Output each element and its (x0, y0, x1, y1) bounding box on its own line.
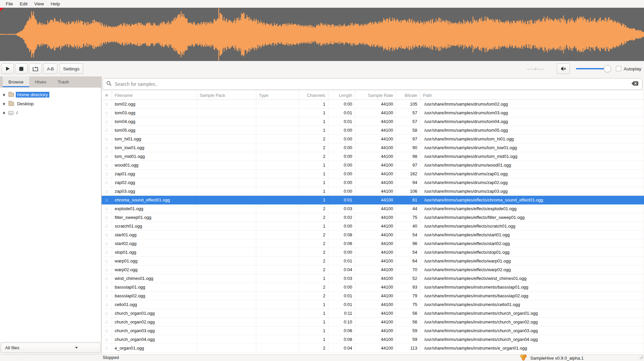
favorite-star-icon[interactable]: ☆ (102, 265, 112, 274)
column-header-channels[interactable]: Channels (299, 91, 328, 100)
column-header-bitrate[interactable]: Bitrate (396, 91, 420, 100)
favorite-star-icon[interactable]: ☆ (102, 309, 112, 318)
tree-item-home-directory[interactable]: Home directory (0, 90, 101, 99)
table-row[interactable]: ☆bassslap02.ogg20:014410079/usr/share/lm… (102, 292, 644, 300)
favorite-star-icon[interactable]: ☆ (102, 117, 112, 126)
favorite-star-icon[interactable]: ☆ (102, 135, 112, 143)
table-row[interactable]: ☆explode01.ogg20:034410044/usr/share/lmm… (102, 204, 644, 213)
table-row[interactable]: ☆church_organ02.ogg10:104410056/usr/shar… (102, 318, 644, 326)
favorite-star-icon[interactable]: ☆ (102, 292, 112, 300)
table-row[interactable]: ☆e_organ01.ogg20:0444100113/usr/share/lm… (102, 344, 644, 353)
favorite-star-icon[interactable]: ☆ (102, 161, 112, 170)
menu-item-file[interactable]: File (2, 1, 16, 7)
table-row[interactable]: ☆zap02.ogg10:004410094/usr/share/lmms/sa… (102, 178, 644, 187)
table-row[interactable]: ☆tom02.ogg10:0044100105/usr/share/lmms/s… (102, 100, 644, 109)
column-header-sample-rate[interactable]: Sample Rate (355, 91, 396, 100)
volume-slider-knob[interactable] (604, 65, 611, 72)
table-row[interactable]: ☆warp02.ogg20:044410070/usr/share/lmms/s… (102, 265, 644, 274)
menu-item-help[interactable]: Help (47, 1, 63, 7)
favorite-star-icon[interactable]: ☆ (102, 283, 112, 292)
favorite-star-icon[interactable]: ☆ (102, 326, 112, 335)
favorite-star-icon[interactable]: ☆ (102, 239, 112, 248)
table-row[interactable]: ☆warp01.ogg20:014410064/usr/share/lmms/s… (102, 257, 644, 265)
loop-button[interactable] (29, 63, 42, 74)
cell-sample-rate: 44100 (355, 204, 396, 213)
favorite-star-icon[interactable]: ☆ (102, 213, 112, 222)
table-row[interactable]: ☆start01.ogg20:084410054/usr/share/lmms/… (102, 231, 644, 239)
favorite-star-icon[interactable]: ☆ (102, 300, 112, 309)
chevron-right-icon[interactable] (3, 103, 5, 105)
favorite-star-icon[interactable]: ☆ (102, 126, 112, 135)
favorite-star-icon[interactable]: ☆ (102, 143, 112, 152)
favorite-star-icon[interactable]: ☆ (102, 178, 112, 187)
chevron-right-icon[interactable] (3, 94, 5, 96)
table-row[interactable]: ☆chroma_sound_effect01.ogg10:014410081/u… (102, 196, 644, 204)
cell-filename: tom03.ogg (112, 109, 197, 117)
favorite-star-icon[interactable]: ☆ (102, 257, 112, 265)
menu-item-view[interactable]: View (31, 1, 47, 7)
tree-item-desktop[interactable]: Desktop (0, 99, 101, 108)
table-row[interactable]: ☆tom_hi01.ogg20:004410097/usr/share/lmms… (102, 135, 644, 143)
table-row[interactable]: ☆zap01.ogg10:0044100162/usr/share/lmms/s… (102, 170, 644, 178)
table-row[interactable]: ☆church_organ01.ogg10:114410056/usr/shar… (102, 309, 644, 318)
table-row[interactable]: ☆zap03.ogg10:0044100106/usr/share/lmms/s… (102, 187, 644, 196)
tab-hives[interactable]: Hives (29, 76, 52, 87)
favorite-star-icon[interactable]: ☆ (102, 204, 112, 213)
clear-search-icon[interactable] (631, 81, 639, 87)
table-row[interactable]: ☆filter_sweep01.ogg20:024410075/usr/shar… (102, 213, 644, 222)
table-row[interactable]: ☆tom_mid01.ogg20:004410098/usr/share/lmm… (102, 152, 644, 161)
play-button[interactable] (1, 63, 14, 74)
tab-browse[interactable]: Browse (3, 76, 29, 87)
favorite-column-header[interactable]: ★ (102, 91, 112, 100)
table-row[interactable]: ☆start02.ogg20:064410096/usr/share/lmms/… (102, 239, 644, 248)
menu-item-edit[interactable]: Edit (16, 1, 31, 7)
cell-length: 0:00 (328, 126, 355, 135)
autoplay-checkbox[interactable] (616, 66, 621, 71)
stop-button[interactable] (15, 63, 28, 74)
column-header-filename[interactable]: Filename (112, 91, 197, 100)
table-row[interactable]: ☆bassslap01.ogg20:004410093/usr/share/lm… (102, 283, 644, 292)
table-row[interactable]: ☆tom_low01.ogg20:004410090/usr/share/lmm… (102, 143, 644, 152)
favorite-star-icon[interactable]: ☆ (102, 248, 112, 257)
tab-trash[interactable]: Trash (52, 76, 75, 87)
table-row[interactable]: ☆tom04.ogg10:014410057/usr/share/lmms/sa… (102, 117, 644, 126)
favorite-star-icon[interactable]: ☆ (102, 170, 112, 178)
favorite-star-icon[interactable]: ☆ (102, 152, 112, 161)
cell-length: 0:00 (328, 248, 355, 257)
favorite-star-icon[interactable]: ☆ (102, 318, 112, 326)
column-header-sample-pack[interactable]: Sample Pack (197, 91, 256, 100)
table-row[interactable]: ☆scratch01.ogg10:004410040/usr/share/lmm… (102, 222, 644, 231)
table-row[interactable]: ☆wood01.ogg10:004410097/usr/share/lmms/s… (102, 161, 644, 170)
favorite-star-icon[interactable]: ☆ (102, 231, 112, 239)
table-row[interactable]: ☆tom05.ogg10:004410058/usr/share/lmms/sa… (102, 126, 644, 135)
chevron-right-icon[interactable] (3, 112, 5, 114)
search-input[interactable] (115, 81, 631, 87)
volume-slider[interactable] (576, 65, 611, 72)
settings-button[interactable]: Settings (59, 63, 83, 74)
column-header-length[interactable]: Length (328, 91, 355, 100)
cell-path: /usr/share/lmms/samples/instruments/chur… (420, 318, 644, 326)
table-row[interactable]: ☆church_organ04.ogg10:084410059/usr/shar… (102, 335, 644, 344)
favorite-star-icon[interactable]: ☆ (102, 335, 112, 344)
resize-grip[interactable] (639, 355, 643, 360)
column-header-type[interactable]: Type (256, 91, 299, 100)
favorite-star-icon[interactable]: ☆ (102, 100, 112, 109)
favorite-star-icon[interactable]: ☆ (102, 187, 112, 196)
favorite-star-icon[interactable]: ☆ (102, 344, 112, 353)
favorite-star-icon[interactable]: ☆ (102, 222, 112, 231)
tree-item-[interactable]: / (0, 108, 101, 117)
mute-button[interactable] (557, 63, 570, 74)
favorite-star-icon[interactable]: ☆ (102, 274, 112, 283)
table-row[interactable]: ☆wind_chimes01.ogg10:034410052/usr/share… (102, 274, 644, 283)
ab-loop-button[interactable]: A-B (43, 63, 57, 74)
favorite-star-icon[interactable]: ☆ (102, 109, 112, 117)
table-row[interactable]: ☆cello01.ogg10:014410075/usr/share/lmms/… (102, 300, 644, 309)
favorite-star-icon[interactable]: ☆ (102, 196, 112, 204)
cell-sample-rate: 44100 (355, 170, 396, 178)
table-row[interactable]: ☆tom03.ogg10:014410057/usr/share/lmms/sa… (102, 109, 644, 117)
table-row[interactable]: ☆stop01.ogg20:004410054/usr/share/lmms/s… (102, 248, 644, 257)
waveform-panel[interactable] (0, 8, 644, 61)
file-filter-dropdown[interactable]: All files (1, 343, 101, 353)
table-row[interactable]: ☆church_organ03.ogg10:064410059/usr/shar… (102, 326, 644, 335)
column-header-path[interactable]: Path (420, 91, 644, 100)
